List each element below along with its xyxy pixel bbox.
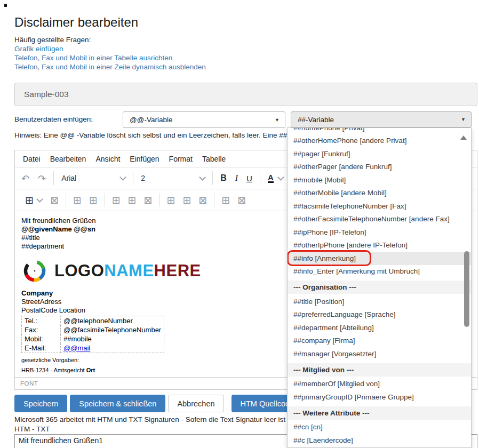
caret-down-icon: ▼ bbox=[461, 117, 471, 122]
list-item[interactable]: ##homePhone [Privat] bbox=[288, 127, 471, 134]
contact-label-mobil: Mobil: bbox=[22, 334, 61, 343]
logo-wordmark: LOGONAMEHERE bbox=[54, 267, 201, 275]
list-group-mitglied-von: --- Mitglied von --- bbox=[288, 363, 471, 377]
bold-icon: B bbox=[220, 173, 227, 183]
logo-swirl-icon bbox=[21, 258, 49, 284]
disclaimer-name-input[interactable]: Sample-003 bbox=[14, 83, 477, 106]
menu-datei[interactable]: Datei bbox=[18, 155, 45, 163]
list-item[interactable]: ##department [Abteilung] bbox=[288, 321, 471, 334]
toolbar-separator bbox=[53, 171, 54, 185]
scroll-up-arrow-icon[interactable] bbox=[460, 135, 467, 140]
insert-row-below-icon[interactable]: ⊞ bbox=[124, 194, 140, 206]
htm-txt-label: HTM - TXT bbox=[14, 425, 50, 433]
font-family-select[interactable]: Arial bbox=[57, 174, 130, 182]
toolbar-separator bbox=[105, 193, 105, 207]
insert-column-before-icon[interactable]: ⊞ bbox=[163, 194, 179, 206]
table-menu-button[interactable]: ⊞ bbox=[17, 194, 46, 206]
disclaimer-name-value: Sample-003 bbox=[15, 90, 69, 99]
toolbar-separator bbox=[159, 193, 159, 207]
contact-table: Tel.: @@telephoneNumber Fax: @@facsimile… bbox=[21, 316, 164, 353]
scrollbar-thumb[interactable] bbox=[464, 251, 469, 327]
redo-button[interactable]: ↷ bbox=[34, 173, 50, 184]
faq-block: Häufig gestellte Fragen: Grafik einfügen… bbox=[14, 35, 206, 71]
list-item[interactable]: ##mobile [Mobil] bbox=[288, 173, 471, 187]
toolbar-separator bbox=[66, 193, 66, 207]
faq-link-tabelle[interactable]: Telefon, Fax und Mobil in einer Tabelle … bbox=[14, 53, 206, 62]
hrb-bold: Ort bbox=[86, 367, 95, 373]
faq-link-zeile[interactable]: Telefon, Fax und Mobil in einer Zeile dy… bbox=[14, 62, 206, 71]
list-item-info-annotated[interactable]: ##info [Anmerkung] bbox=[288, 252, 471, 265]
menu-ansicht[interactable]: Ansicht bbox=[91, 155, 125, 163]
redo-icon: ↷ bbox=[38, 173, 46, 184]
element-path: FONT bbox=[20, 380, 38, 387]
contact-label-tel: Tel.: bbox=[22, 316, 61, 326]
list-item[interactable]: ##otherHomePhone [andere Privat] bbox=[288, 134, 471, 148]
list-item[interactable]: ##ipPhone [IP-Telefon] bbox=[288, 226, 471, 239]
merge-cells-icon[interactable]: ⊞ bbox=[85, 194, 101, 206]
chevron-down-icon bbox=[36, 196, 43, 203]
table-row: Tel.: @@telephoneNumber bbox=[22, 316, 164, 326]
font-size-value: 2 bbox=[141, 174, 145, 182]
save-close-button[interactable]: Speichern & schließen bbox=[70, 395, 165, 412]
contact-label-fax: Fax: bbox=[22, 325, 61, 334]
contact-value-mobil: ##mobile bbox=[61, 334, 164, 343]
list-item[interactable]: ##otherFacsimileTelephoneNumber [andere … bbox=[288, 213, 471, 226]
bold-button[interactable]: B bbox=[216, 173, 231, 183]
chevron-down-icon bbox=[277, 174, 284, 181]
underline-button[interactable]: U bbox=[242, 174, 257, 183]
toolbar-separator bbox=[212, 171, 213, 185]
list-item[interactable]: ##otherMobile [andere Mobil] bbox=[288, 187, 471, 200]
mail-variable-link[interactable]: @@mail bbox=[63, 344, 90, 352]
page-title: Disclaimer bearbeiten bbox=[14, 15, 138, 30]
list-item[interactable]: ##memberOf [Mitglied von] bbox=[288, 378, 471, 391]
text-color-icon: A bbox=[268, 173, 274, 183]
menu-einfuegen[interactable]: Einfügen bbox=[125, 155, 164, 163]
list-item[interactable]: ##company [Firma] bbox=[288, 334, 471, 348]
table-cell-properties-icon[interactable]: ⊞ bbox=[69, 194, 85, 206]
toolbar-separator bbox=[214, 193, 214, 207]
delete-column-icon[interactable]: ⊠ bbox=[195, 194, 211, 206]
text-color-button[interactable]: A bbox=[264, 173, 288, 183]
at-variable-select[interactable]: @@-Variable ▼ bbox=[123, 111, 285, 128]
delete-table-icon[interactable]: ⊠ bbox=[46, 194, 62, 206]
menu-bearbeiten[interactable]: Bearbeiten bbox=[45, 155, 91, 163]
faq-link-grafik[interactable]: Grafik einfügen bbox=[14, 44, 206, 53]
italic-button[interactable]: I bbox=[231, 173, 242, 183]
undo-button[interactable]: ↶ bbox=[17, 173, 34, 184]
table-icon: ⊞ bbox=[21, 194, 37, 206]
delete-cells-icon[interactable]: ⊠ bbox=[234, 194, 250, 206]
list-item[interactable]: ##title [Position] bbox=[288, 295, 471, 308]
row-properties-icon[interactable]: ⊞ bbox=[218, 194, 234, 206]
list-item[interactable]: ##cn [cn] bbox=[288, 421, 471, 434]
faq-heading: Häufig gestellte Fragen: bbox=[14, 35, 206, 44]
list-item[interactable]: ##info_Enter [Anmerkung mit Umbruch] bbox=[288, 265, 471, 278]
table-row: Fax: @@facsimileTelephoneNumber bbox=[22, 325, 164, 334]
hash-variable-value: ##-Variable bbox=[291, 116, 461, 124]
toolbar-separator bbox=[260, 171, 260, 185]
list-item[interactable]: ##pager [Funkruf] bbox=[288, 147, 471, 161]
cancel-button[interactable]: Abbrechen bbox=[168, 395, 223, 412]
menu-tabelle[interactable]: Tabelle bbox=[197, 155, 230, 163]
list-item[interactable]: ##preferredLanguage [Sprache] bbox=[288, 308, 471, 322]
table-row: Mobil: ##mobile bbox=[22, 334, 164, 343]
insert-column-after-icon[interactable]: ⊞ bbox=[179, 194, 195, 206]
list-item[interactable]: ##otherPager [andere Funkruf] bbox=[288, 161, 471, 174]
contact-label-email: E-Mail: bbox=[22, 343, 61, 353]
hrb-prefix: HRB-1234 - Amtsgericht bbox=[21, 367, 86, 373]
hash-variable-select[interactable]: ##-Variable ▼ bbox=[291, 111, 472, 127]
insert-row-above-icon[interactable]: ⊞ bbox=[108, 194, 124, 206]
delete-row-icon[interactable]: ⊠ bbox=[140, 194, 156, 206]
italic-icon: I bbox=[235, 173, 238, 183]
list-group-weitere-attribute: --- Weitere Attribute --- bbox=[288, 406, 471, 420]
at-variable-value: @@-Variable bbox=[123, 116, 275, 124]
list-item[interactable]: ##manager [Vorgesetzter] bbox=[288, 347, 471, 361]
caret-down-icon: ▼ bbox=[275, 117, 285, 123]
list-item[interactable]: ##primaryGroupID [Primaere Gruppe] bbox=[288, 390, 471, 404]
list-item[interactable]: ##otherIpPhone [andere IP-Telefon] bbox=[288, 239, 471, 252]
list-item[interactable]: ##c [Laendercode] bbox=[288, 434, 471, 447]
list-item[interactable]: ##facsimileTelephoneNumber [Fax] bbox=[288, 199, 471, 213]
menu-format[interactable]: Format bbox=[164, 155, 197, 163]
contact-value-tel: @@telephoneNumber bbox=[61, 316, 164, 326]
save-button[interactable]: Speichern bbox=[14, 395, 67, 412]
font-size-select[interactable]: 2 bbox=[137, 174, 209, 182]
